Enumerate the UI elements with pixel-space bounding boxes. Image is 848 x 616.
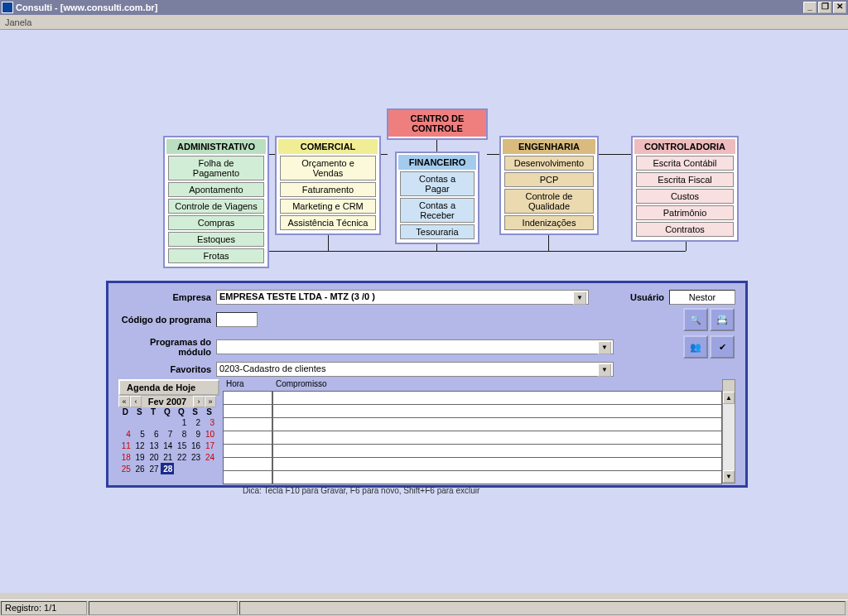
cal-day — [118, 416, 132, 428]
cal-day[interactable]: 10 — [202, 428, 216, 440]
compromisso-header: Compromisso — [272, 379, 722, 391]
menu-janela[interactable]: Janela — [5, 17, 31, 27]
status-cell-3 — [239, 601, 846, 615]
admin-item-estoques[interactable]: Estoques — [168, 232, 264, 247]
empresa-label: Empresa — [118, 292, 216, 302]
favoritos-select[interactable]: 0203-Cadastro de clientes — [216, 362, 614, 377]
compromisso-cell[interactable] — [272, 404, 722, 418]
com-item-marketing[interactable]: Marketing e CRM — [280, 199, 376, 214]
close-button[interactable]: ✕ — [833, 2, 846, 13]
cal-day[interactable]: 1 — [174, 416, 188, 428]
agenda-hoje-button[interactable]: Agenda de Hoje — [118, 379, 219, 396]
com-item-faturamento[interactable]: Faturamento — [280, 182, 376, 197]
icon-users-button[interactable]: 👥 — [683, 335, 708, 359]
ctrl-item-contabil[interactable]: Escrita Contábil — [636, 156, 734, 171]
compromisso-cell[interactable] — [272, 431, 722, 445]
eng-header: ENGENHARIA — [503, 139, 595, 154]
cal-prev-year[interactable]: « — [118, 396, 130, 407]
cal-day[interactable]: 7 — [161, 428, 175, 440]
compromisso-cell[interactable] — [272, 417, 722, 431]
magnifier-icon: 🔍 — [690, 315, 701, 325]
cal-day[interactable]: 16 — [188, 440, 202, 451]
scroll-up[interactable]: ▲ — [723, 392, 735, 404]
cal-next-month[interactable]: › — [193, 396, 205, 407]
com-item-assistencia[interactable]: Assistência Técnica — [280, 215, 376, 230]
favoritos-label: Favoritos — [118, 364, 216, 374]
titlebar: Consulti - [www.consulti.com.br] _ ❐ ✕ — [0, 0, 848, 15]
com-item-orcamento[interactable]: Orçamento e Vendas — [280, 156, 376, 180]
cal-day[interactable]: 15 — [174, 440, 188, 451]
cal-day[interactable]: 22 — [174, 451, 188, 463]
admin-item-folha[interactable]: Folha de Pagamento — [168, 156, 264, 180]
empresa-select[interactable]: EMPRESA TESTE LTDA - MTZ (3 /0 ) — [216, 290, 589, 305]
scroll-down[interactable]: ▼ — [723, 470, 735, 483]
cal-day[interactable]: 26 — [132, 463, 147, 474]
cal-day[interactable]: 9 — [188, 428, 202, 440]
hora-cell[interactable] — [223, 417, 272, 431]
fin-item-tesouraria[interactable]: Tesouraria — [400, 224, 475, 239]
compromisso-cell[interactable] — [272, 470, 722, 484]
status-record: Registro: 1/1 — [1, 601, 87, 615]
cal-day[interactable]: 20 — [147, 451, 161, 463]
fin-item-pagar[interactable]: Contas a Pagar — [400, 171, 475, 196]
cal-day[interactable]: 19 — [132, 451, 147, 463]
admin-header: ADMINISTRATIVO — [166, 139, 266, 154]
cal-day[interactable]: 3 — [202, 416, 216, 428]
cal-day[interactable]: 5 — [132, 428, 147, 440]
programas-label: Programas do módulo — [118, 337, 216, 357]
hora-cell[interactable] — [223, 470, 272, 484]
cal-day[interactable]: 25 — [118, 463, 132, 474]
check-icon: ✔ — [719, 342, 726, 353]
cal-day[interactable]: 24 — [202, 451, 216, 463]
cal-day[interactable]: 27 — [147, 463, 161, 474]
fin-item-receber[interactable]: Contas a Receber — [400, 198, 475, 223]
cal-day[interactable]: 11 — [118, 440, 132, 451]
eng-item-pcp[interactable]: PCP — [504, 172, 594, 187]
hora-cell[interactable] — [223, 444, 272, 458]
cal-day[interactable]: 13 — [147, 440, 161, 451]
ctrl-item-fiscal[interactable]: Escrita Fiscal — [636, 172, 734, 187]
programas-select[interactable] — [216, 339, 614, 354]
cal-day[interactable]: 4 — [118, 428, 132, 440]
cal-day[interactable]: 2 — [188, 416, 202, 428]
eng-item-indenizacoes[interactable]: Indenizações — [504, 215, 594, 230]
cal-day — [174, 463, 188, 474]
cal-prev-month[interactable]: ‹ — [130, 396, 142, 407]
cal-day[interactable]: 17 — [202, 440, 216, 451]
cal-day[interactable]: 28 — [161, 463, 175, 474]
hora-cell[interactable] — [223, 391, 272, 405]
cal-day[interactable]: 12 — [132, 440, 147, 451]
com-header: COMERCIAL — [278, 139, 378, 154]
icon-search-button[interactable]: 🔍 — [683, 308, 708, 331]
module-engenharia: ENGENHARIA Desenvolvimento PCP Controle … — [499, 136, 599, 235]
admin-item-compras[interactable]: Compras — [168, 215, 264, 230]
cal-day[interactable]: 8 — [174, 428, 188, 440]
icon-check-button[interactable]: ✔ — [710, 335, 735, 359]
hora-cell[interactable] — [223, 457, 272, 471]
admin-item-apontamento[interactable]: Apontamento — [168, 182, 264, 197]
cal-next-year[interactable]: » — [205, 396, 216, 407]
hora-cell[interactable] — [223, 404, 272, 418]
compromisso-cell[interactable] — [272, 444, 722, 458]
cal-day[interactable]: 6 — [147, 428, 161, 440]
eng-item-desenvolvimento[interactable]: Desenvolvimento — [504, 156, 594, 171]
ctrl-item-contratos[interactable]: Contratos — [636, 222, 734, 237]
ctrl-item-patrimonio[interactable]: Patrimônio — [636, 205, 734, 220]
maximize-button[interactable]: ❐ — [818, 2, 831, 13]
cal-day[interactable]: 21 — [161, 451, 175, 463]
ctrl-item-custos[interactable]: Custos — [636, 189, 734, 204]
admin-item-viagens[interactable]: Controle de Viagens — [168, 199, 264, 214]
status-cell-2 — [89, 601, 238, 615]
cal-day[interactable]: 18 — [118, 451, 132, 463]
admin-item-frotas[interactable]: Frotas — [168, 248, 264, 263]
cal-day[interactable]: 23 — [188, 451, 202, 463]
eng-item-qualidade[interactable]: Controle de Qualidade — [504, 189, 594, 214]
compromisso-cell[interactable] — [272, 391, 722, 405]
cal-day[interactable]: 14 — [161, 440, 175, 451]
hora-cell[interactable] — [223, 431, 272, 445]
minimize-button[interactable]: _ — [803, 2, 817, 13]
codigo-input[interactable] — [216, 312, 258, 327]
compromisso-cell[interactable] — [272, 457, 722, 471]
schedule-scrollbar[interactable]: ▲ ▼ — [722, 379, 735, 484]
icon-address-button[interactable]: 📇 — [710, 308, 735, 331]
